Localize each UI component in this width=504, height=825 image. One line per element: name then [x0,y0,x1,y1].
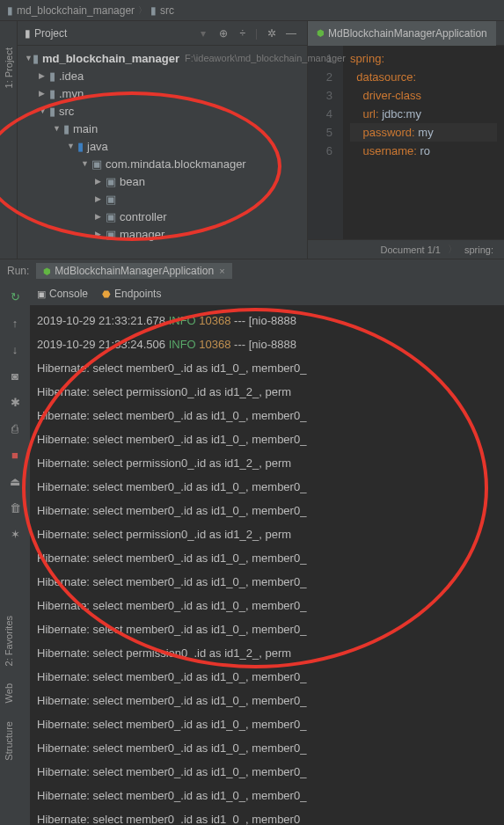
editor-tab[interactable]: ⬢ MdBlockchainManagerApplication [308,21,496,46]
yaml-key: username [362,144,413,157]
bottom-tool-tabs: 2: Favorites Web Structure [0,616,18,825]
folder-icon: ▮ [49,105,55,118]
source-folder-icon: ▮ [77,140,84,153]
close-icon[interactable]: × [219,266,224,276]
tree-item-manager[interactable]: ▶ ▣ manager [18,225,307,243]
expand-arrow-icon[interactable]: ▼ [81,159,91,168]
yaml-key: datasource [356,70,413,84]
tab-structure[interactable]: Structure [4,721,14,761]
expand-arrow-icon[interactable]: ▼ [39,106,49,115]
folder-icon: ▮ [49,87,55,100]
chevron-right-icon: 〉 [138,4,147,17]
down-icon[interactable]: ↓ [6,340,24,358]
tab-web[interactable]: Web [4,683,14,703]
tree-label: src [59,105,74,118]
console-line: Hibernate: select member0_.id as id1_0_,… [37,594,497,617]
spring-icon: ⬢ [317,28,325,38]
print-icon[interactable]: ⎙ [6,420,24,437]
tree-item-hidden[interactable]: ▶ ▣ [18,190,307,208]
expand-arrow-icon[interactable]: ▶ [95,194,106,203]
yaml-value: jdbc:my [382,107,421,120]
expand-arrow-icon[interactable]: ▶ [39,71,49,80]
yaml-value: my [418,126,433,139]
tree-item-idea[interactable]: ▶ ▮ .idea [18,67,307,84]
gear-icon[interactable]: ✲ [263,25,281,42]
tree-item-mvn[interactable]: ▶ ▮ .mvn [18,84,307,102]
up-icon[interactable]: ↑ [6,314,24,332]
console-output[interactable]: 2019-10-29 21:33:21.678 INFO 10368 --- [… [30,305,504,825]
tree-item-src[interactable]: ▼ ▮ src [18,102,307,120]
run-panel: Run: ⬢ MdBlockchainManagerApplication × … [0,259,504,825]
code-area[interactable]: spring: datasource: driver-class url: jd… [343,46,504,239]
tree-label: main [73,122,98,135]
package-icon: ▣ [106,210,116,223]
run-tab[interactable]: ⬢ MdBlockchainManagerApplication × [36,263,231,279]
tree-item-controller[interactable]: ▶ ▣ controller [18,208,307,225]
trash-icon[interactable]: 🗑 [6,499,24,516]
spring-icon: ⬢ [43,266,51,276]
dropdown-icon[interactable]: ▾ [201,27,206,40]
expand-arrow-icon[interactable]: ▼ [25,54,33,62]
console-line: Hibernate: select permission0_.id as id1… [37,380,497,404]
left-tool-tabs: 1: Project [0,21,18,259]
expand-arrow-icon[interactable]: ▶ [95,177,106,186]
console-line: Hibernate: select member0_.id as id1_0_,… [37,736,497,760]
tree-label: bean [120,175,145,188]
expand-arrow-icon[interactable]: ▼ [67,142,77,150]
console-line: Hibernate: select member0_.id as id1_0_,… [37,760,497,784]
editor-status-bar: Document 1/1 〉 spring: [308,239,504,259]
console-line: Hibernate: select member0_.id as id1_0_,… [37,617,497,641]
hide-icon[interactable]: — [282,25,300,42]
package-icon: ▣ [106,175,116,188]
collapse-icon[interactable]: ÷ [234,25,252,42]
pin-icon[interactable]: ✶ [6,525,24,543]
console-line: Hibernate: select member0_.id as id1_0_,… [37,807,497,825]
project-panel-title[interactable]: Project [34,27,201,40]
endpoints-tab[interactable]: ⬣ Endpoints [102,288,161,300]
stop-icon[interactable]: ■ [6,446,24,464]
package-icon: ▣ [106,193,116,206]
endpoints-icon: ⬣ [102,288,111,300]
line-numbers: 123456 [308,46,343,239]
breadcrumb: ▮ md_blockchain_manager 〉 ▮ src [0,0,504,21]
console-tab-label: Console [49,288,88,300]
tab-project[interactable]: 1: Project [4,47,14,88]
tree-label: com.mindata.blockmanager [106,157,246,171]
exit-icon[interactable]: ⏏ [6,472,24,490]
camera-icon[interactable]: ◙ [6,367,24,384]
project-tree: ▼ ▮ md_blockchain_manager F:\ideawork\md… [18,46,307,246]
project-icon: ▮ [25,27,31,40]
console-line: Hibernate: select member0_.id as id1_0_,… [37,475,497,499]
tree-label: manager [120,228,164,241]
tab-favorites[interactable]: 2: Favorites [4,616,14,666]
console-line: Hibernate: select member0_.id as id1_0_,… [37,546,497,570]
tree-label: java [87,140,108,153]
tree-item-main[interactable]: ▼ ▮ main [18,120,307,137]
package-icon: ▣ [106,228,116,241]
editor-body[interactable]: 123456 spring: datasource: driver-class … [308,46,504,239]
locate-icon[interactable]: ⊕ [215,25,232,42]
status-path[interactable]: spring: [464,245,493,255]
status-document: Document 1/1 [380,245,440,255]
console-line: Hibernate: select member0_.id as id1_0_,… [37,665,497,689]
tree-item-package[interactable]: ▼ ▣ com.mindata.blockmanager [18,155,307,172]
tree-root[interactable]: ▼ ▮ md_blockchain_manager F:\ideawork\md… [18,49,307,67]
expand-arrow-icon[interactable]: ▶ [95,212,106,221]
breadcrumb-root[interactable]: md_blockchain_manager [17,4,135,17]
console-tab[interactable]: ▣ Console [37,288,88,300]
console-line: Hibernate: select member0_.id as id1_0_,… [37,784,497,807]
expand-arrow-icon[interactable]: ▶ [95,230,106,238]
yaml-key: password [362,126,412,139]
tree-item-bean[interactable]: ▶ ▣ bean [18,172,307,190]
debug-icon[interactable]: ✱ [6,393,24,411]
expand-arrow-icon[interactable]: ▶ [39,89,49,98]
rerun-icon[interactable]: ↻ [6,288,24,305]
breadcrumb-src[interactable]: src [160,4,174,17]
tree-label: .idea [59,69,84,83]
folder-icon: ▮ [150,4,157,17]
console-tabs: ▣ Console ⬣ Endpoints [30,282,504,305]
expand-arrow-icon[interactable]: ▼ [53,124,63,133]
console-line: Hibernate: select permission0_.id as id1… [37,522,497,546]
tree-item-java[interactable]: ▼ ▮ java [18,137,307,155]
console-line: Hibernate: select member0_.id as id1_0_,… [37,499,497,522]
